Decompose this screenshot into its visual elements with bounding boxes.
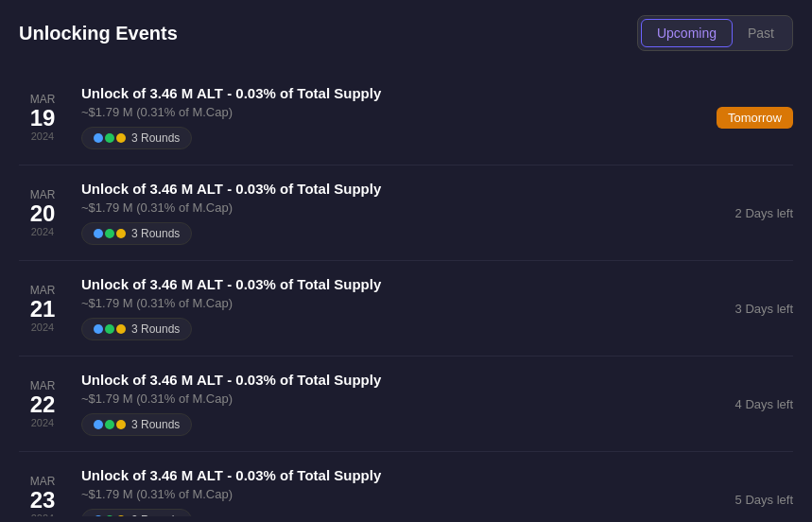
- dot-green: [105, 515, 114, 516]
- event-subtitle: ~$1.79 M (0.31% of M.Cap): [81, 487, 683, 501]
- rounds-badge[interactable]: 3 Rounds: [81, 222, 192, 245]
- status-badge: 4 Days left: [735, 397, 793, 411]
- dot-yellow: [116, 324, 126, 334]
- event-status: 2 Days left: [699, 206, 793, 220]
- event-content: Unlock of 3.46 M ALT - 0.03% of Total Su…: [81, 181, 683, 245]
- page-header: Unlocking Events Upcoming Past: [19, 15, 793, 51]
- event-status: 3 Days left: [699, 302, 793, 316]
- event-status: 5 Days left: [699, 493, 793, 507]
- rounds-badge[interactable]: 3 Rounds: [81, 509, 192, 516]
- dot-yellow: [116, 515, 126, 516]
- dot-blue: [94, 420, 103, 429]
- event-subtitle: ~$1.79 M (0.31% of M.Cap): [81, 200, 683, 215]
- event-month: Mar: [30, 188, 56, 201]
- event-day: 23: [30, 488, 56, 513]
- date-block: Mar 23 2024: [19, 475, 66, 516]
- event-year: 2024: [31, 226, 54, 237]
- page-title: Unlocking Events: [19, 23, 178, 44]
- list-item[interactable]: Mar 21 2024 Unlock of 3.46 M ALT - 0.03%…: [19, 261, 793, 357]
- event-year: 2024: [31, 417, 54, 428]
- event-subtitle: ~$1.79 M (0.31% of M.Cap): [81, 392, 683, 406]
- event-day: 22: [30, 392, 56, 417]
- dot-group: [94, 324, 126, 334]
- event-title: Unlock of 3.46 M ALT - 0.03% of Total Su…: [81, 467, 683, 483]
- date-block: Mar 22 2024: [19, 379, 66, 428]
- event-status: 4 Days left: [699, 397, 793, 411]
- event-status: Tomorrow: [699, 111, 793, 125]
- dot-group: [94, 420, 126, 429]
- event-subtitle: ~$1.79 M (0.31% of M.Cap): [81, 105, 683, 119]
- event-title: Unlock of 3.46 M ALT - 0.03% of Total Su…: [81, 181, 683, 197]
- dot-blue: [94, 229, 103, 238]
- event-year: 2024: [31, 513, 54, 516]
- dot-green: [105, 229, 114, 238]
- rounds-badge[interactable]: 3 Rounds: [81, 127, 192, 149]
- rounds-label: 3 Rounds: [131, 418, 180, 431]
- status-badge: Tomorrow: [717, 107, 793, 129]
- past-button[interactable]: Past: [733, 19, 789, 47]
- event-title: Unlock of 3.46 M ALT - 0.03% of Total Su…: [81, 372, 683, 388]
- event-day: 21: [30, 297, 56, 322]
- rounds-label: 3 Rounds: [131, 513, 180, 516]
- status-badge: 2 Days left: [735, 206, 793, 220]
- event-month: Mar: [30, 379, 56, 392]
- main-container: Unlocking Events Upcoming Past Mar 19 20…: [0, 0, 812, 522]
- list-item[interactable]: Mar 19 2024 Unlock of 3.46 M ALT - 0.03%…: [19, 70, 793, 165]
- rounds-label: 3 Rounds: [131, 227, 180, 240]
- dot-green: [105, 420, 114, 429]
- dot-green: [105, 324, 114, 334]
- status-badge: 3 Days left: [735, 302, 793, 316]
- list-item[interactable]: Mar 20 2024 Unlock of 3.46 M ALT - 0.03%…: [19, 165, 793, 261]
- event-content: Unlock of 3.46 M ALT - 0.03% of Total Su…: [81, 85, 683, 149]
- filter-toggle: Upcoming Past: [637, 15, 793, 51]
- rounds-label: 3 Rounds: [131, 322, 180, 336]
- event-month: Mar: [30, 93, 56, 106]
- dot-yellow: [116, 133, 126, 143]
- date-block: Mar 20 2024: [19, 188, 66, 237]
- dot-group: [94, 133, 126, 143]
- upcoming-button[interactable]: Upcoming: [641, 19, 733, 47]
- status-badge: 5 Days left: [735, 493, 793, 507]
- event-content: Unlock of 3.46 M ALT - 0.03% of Total Su…: [81, 372, 683, 436]
- list-item[interactable]: Mar 23 2024 Unlock of 3.46 M ALT - 0.03%…: [19, 452, 793, 516]
- event-content: Unlock of 3.46 M ALT - 0.03% of Total Su…: [81, 276, 683, 340]
- event-day: 20: [30, 201, 56, 226]
- dot-blue: [94, 324, 103, 334]
- event-title: Unlock of 3.46 M ALT - 0.03% of Total Su…: [81, 85, 683, 101]
- dot-group: [94, 515, 126, 516]
- rounds-badge[interactable]: 3 Rounds: [81, 413, 192, 436]
- event-title: Unlock of 3.46 M ALT - 0.03% of Total Su…: [81, 276, 683, 292]
- event-month: Mar: [30, 475, 56, 488]
- date-block: Mar 21 2024: [19, 284, 66, 333]
- dot-group: [94, 229, 126, 238]
- event-content: Unlock of 3.46 M ALT - 0.03% of Total Su…: [81, 467, 683, 516]
- event-month: Mar: [30, 284, 56, 297]
- events-list: Mar 19 2024 Unlock of 3.46 M ALT - 0.03%…: [19, 70, 793, 516]
- rounds-badge[interactable]: 3 Rounds: [81, 318, 192, 340]
- dot-blue: [94, 133, 103, 143]
- rounds-label: 3 Rounds: [131, 131, 180, 145]
- date-block: Mar 19 2024: [19, 93, 66, 142]
- event-year: 2024: [31, 130, 54, 142]
- event-day: 19: [30, 106, 56, 130]
- list-item[interactable]: Mar 22 2024 Unlock of 3.46 M ALT - 0.03%…: [19, 357, 793, 452]
- dot-blue: [94, 515, 103, 516]
- event-subtitle: ~$1.79 M (0.31% of M.Cap): [81, 296, 683, 310]
- event-year: 2024: [31, 322, 54, 333]
- dot-yellow: [116, 229, 126, 238]
- dot-yellow: [116, 420, 126, 429]
- dot-green: [105, 133, 114, 143]
